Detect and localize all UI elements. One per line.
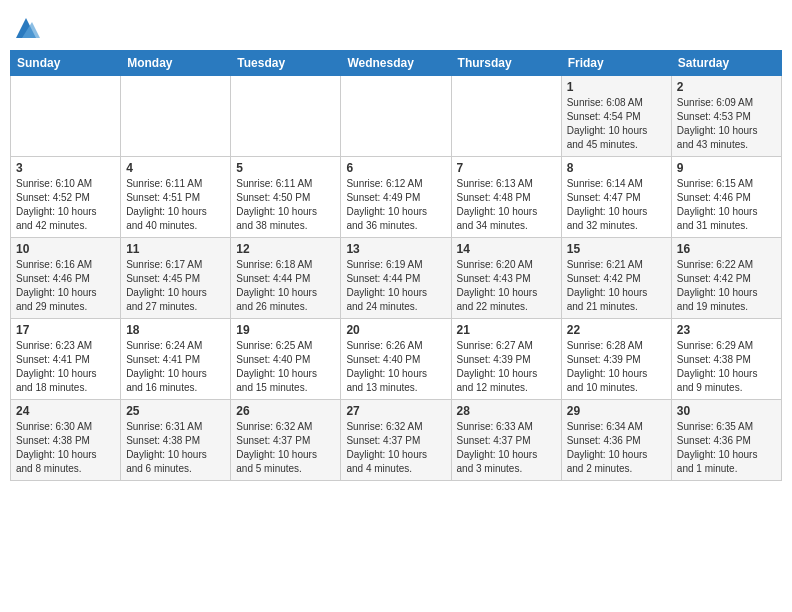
day-info: Sunrise: 6:10 AM Sunset: 4:52 PM Dayligh… — [16, 177, 115, 233]
day-number: 1 — [567, 80, 666, 94]
day-info: Sunrise: 6:09 AM Sunset: 4:53 PM Dayligh… — [677, 96, 776, 152]
calendar-cell: 21Sunrise: 6:27 AM Sunset: 4:39 PM Dayli… — [451, 319, 561, 400]
day-number: 13 — [346, 242, 445, 256]
calendar-cell: 12Sunrise: 6:18 AM Sunset: 4:44 PM Dayli… — [231, 238, 341, 319]
calendar-cell: 30Sunrise: 6:35 AM Sunset: 4:36 PM Dayli… — [671, 400, 781, 481]
calendar-cell: 22Sunrise: 6:28 AM Sunset: 4:39 PM Dayli… — [561, 319, 671, 400]
day-number: 2 — [677, 80, 776, 94]
day-number: 12 — [236, 242, 335, 256]
day-info: Sunrise: 6:15 AM Sunset: 4:46 PM Dayligh… — [677, 177, 776, 233]
day-number: 9 — [677, 161, 776, 175]
day-number: 10 — [16, 242, 115, 256]
calendar-cell: 3Sunrise: 6:10 AM Sunset: 4:52 PM Daylig… — [11, 157, 121, 238]
day-info: Sunrise: 6:34 AM Sunset: 4:36 PM Dayligh… — [567, 420, 666, 476]
calendar-cell: 20Sunrise: 6:26 AM Sunset: 4:40 PM Dayli… — [341, 319, 451, 400]
day-info: Sunrise: 6:18 AM Sunset: 4:44 PM Dayligh… — [236, 258, 335, 314]
day-info: Sunrise: 6:22 AM Sunset: 4:42 PM Dayligh… — [677, 258, 776, 314]
calendar-cell: 16Sunrise: 6:22 AM Sunset: 4:42 PM Dayli… — [671, 238, 781, 319]
day-number: 20 — [346, 323, 445, 337]
day-number: 27 — [346, 404, 445, 418]
day-info: Sunrise: 6:14 AM Sunset: 4:47 PM Dayligh… — [567, 177, 666, 233]
day-info: Sunrise: 6:13 AM Sunset: 4:48 PM Dayligh… — [457, 177, 556, 233]
day-info: Sunrise: 6:11 AM Sunset: 4:50 PM Dayligh… — [236, 177, 335, 233]
calendar-cell: 28Sunrise: 6:33 AM Sunset: 4:37 PM Dayli… — [451, 400, 561, 481]
day-number: 25 — [126, 404, 225, 418]
day-number: 24 — [16, 404, 115, 418]
day-info: Sunrise: 6:19 AM Sunset: 4:44 PM Dayligh… — [346, 258, 445, 314]
calendar-cell: 1Sunrise: 6:08 AM Sunset: 4:54 PM Daylig… — [561, 76, 671, 157]
calendar-cell: 17Sunrise: 6:23 AM Sunset: 4:41 PM Dayli… — [11, 319, 121, 400]
day-number: 28 — [457, 404, 556, 418]
day-number: 23 — [677, 323, 776, 337]
day-info: Sunrise: 6:32 AM Sunset: 4:37 PM Dayligh… — [346, 420, 445, 476]
day-info: Sunrise: 6:27 AM Sunset: 4:39 PM Dayligh… — [457, 339, 556, 395]
calendar-cell: 9Sunrise: 6:15 AM Sunset: 4:46 PM Daylig… — [671, 157, 781, 238]
calendar-cell: 18Sunrise: 6:24 AM Sunset: 4:41 PM Dayli… — [121, 319, 231, 400]
calendar-cell: 2Sunrise: 6:09 AM Sunset: 4:53 PM Daylig… — [671, 76, 781, 157]
calendar-cell: 10Sunrise: 6:16 AM Sunset: 4:46 PM Dayli… — [11, 238, 121, 319]
calendar-cell: 24Sunrise: 6:30 AM Sunset: 4:38 PM Dayli… — [11, 400, 121, 481]
day-info: Sunrise: 6:21 AM Sunset: 4:42 PM Dayligh… — [567, 258, 666, 314]
day-info: Sunrise: 6:23 AM Sunset: 4:41 PM Dayligh… — [16, 339, 115, 395]
calendar-cell: 5Sunrise: 6:11 AM Sunset: 4:50 PM Daylig… — [231, 157, 341, 238]
day-number: 30 — [677, 404, 776, 418]
day-number: 16 — [677, 242, 776, 256]
day-number: 3 — [16, 161, 115, 175]
calendar-cell — [11, 76, 121, 157]
weekday-header-sunday: Sunday — [11, 51, 121, 76]
calendar-cell: 19Sunrise: 6:25 AM Sunset: 4:40 PM Dayli… — [231, 319, 341, 400]
day-info: Sunrise: 6:35 AM Sunset: 4:36 PM Dayligh… — [677, 420, 776, 476]
day-number: 15 — [567, 242, 666, 256]
calendar-table: SundayMondayTuesdayWednesdayThursdayFrid… — [10, 50, 782, 481]
day-number: 11 — [126, 242, 225, 256]
calendar-cell: 23Sunrise: 6:29 AM Sunset: 4:38 PM Dayli… — [671, 319, 781, 400]
day-info: Sunrise: 6:25 AM Sunset: 4:40 PM Dayligh… — [236, 339, 335, 395]
weekday-header-saturday: Saturday — [671, 51, 781, 76]
day-info: Sunrise: 6:31 AM Sunset: 4:38 PM Dayligh… — [126, 420, 225, 476]
calendar-cell — [231, 76, 341, 157]
page-header — [10, 10, 782, 42]
weekday-header-wednesday: Wednesday — [341, 51, 451, 76]
weekday-header-monday: Monday — [121, 51, 231, 76]
weekday-header-friday: Friday — [561, 51, 671, 76]
weekday-header-tuesday: Tuesday — [231, 51, 341, 76]
day-number: 7 — [457, 161, 556, 175]
calendar-cell — [341, 76, 451, 157]
day-number: 8 — [567, 161, 666, 175]
calendar-cell: 4Sunrise: 6:11 AM Sunset: 4:51 PM Daylig… — [121, 157, 231, 238]
day-info: Sunrise: 6:32 AM Sunset: 4:37 PM Dayligh… — [236, 420, 335, 476]
day-number: 6 — [346, 161, 445, 175]
day-info: Sunrise: 6:17 AM Sunset: 4:45 PM Dayligh… — [126, 258, 225, 314]
day-number: 4 — [126, 161, 225, 175]
day-info: Sunrise: 6:08 AM Sunset: 4:54 PM Dayligh… — [567, 96, 666, 152]
day-info: Sunrise: 6:12 AM Sunset: 4:49 PM Dayligh… — [346, 177, 445, 233]
day-number: 19 — [236, 323, 335, 337]
day-info: Sunrise: 6:28 AM Sunset: 4:39 PM Dayligh… — [567, 339, 666, 395]
calendar-cell: 11Sunrise: 6:17 AM Sunset: 4:45 PM Dayli… — [121, 238, 231, 319]
day-info: Sunrise: 6:33 AM Sunset: 4:37 PM Dayligh… — [457, 420, 556, 476]
weekday-header-thursday: Thursday — [451, 51, 561, 76]
calendar-cell: 15Sunrise: 6:21 AM Sunset: 4:42 PM Dayli… — [561, 238, 671, 319]
day-info: Sunrise: 6:16 AM Sunset: 4:46 PM Dayligh… — [16, 258, 115, 314]
day-info: Sunrise: 6:30 AM Sunset: 4:38 PM Dayligh… — [16, 420, 115, 476]
calendar-cell: 14Sunrise: 6:20 AM Sunset: 4:43 PM Dayli… — [451, 238, 561, 319]
day-info: Sunrise: 6:24 AM Sunset: 4:41 PM Dayligh… — [126, 339, 225, 395]
day-number: 22 — [567, 323, 666, 337]
day-number: 18 — [126, 323, 225, 337]
calendar-cell: 7Sunrise: 6:13 AM Sunset: 4:48 PM Daylig… — [451, 157, 561, 238]
calendar-cell — [451, 76, 561, 157]
calendar-cell: 8Sunrise: 6:14 AM Sunset: 4:47 PM Daylig… — [561, 157, 671, 238]
calendar-cell — [121, 76, 231, 157]
day-number: 14 — [457, 242, 556, 256]
day-number: 26 — [236, 404, 335, 418]
calendar-cell: 29Sunrise: 6:34 AM Sunset: 4:36 PM Dayli… — [561, 400, 671, 481]
logo-icon — [12, 14, 40, 42]
day-info: Sunrise: 6:29 AM Sunset: 4:38 PM Dayligh… — [677, 339, 776, 395]
day-number: 17 — [16, 323, 115, 337]
day-number: 29 — [567, 404, 666, 418]
day-info: Sunrise: 6:20 AM Sunset: 4:43 PM Dayligh… — [457, 258, 556, 314]
day-number: 21 — [457, 323, 556, 337]
calendar-cell: 6Sunrise: 6:12 AM Sunset: 4:49 PM Daylig… — [341, 157, 451, 238]
calendar-cell: 26Sunrise: 6:32 AM Sunset: 4:37 PM Dayli… — [231, 400, 341, 481]
day-info: Sunrise: 6:11 AM Sunset: 4:51 PM Dayligh… — [126, 177, 225, 233]
